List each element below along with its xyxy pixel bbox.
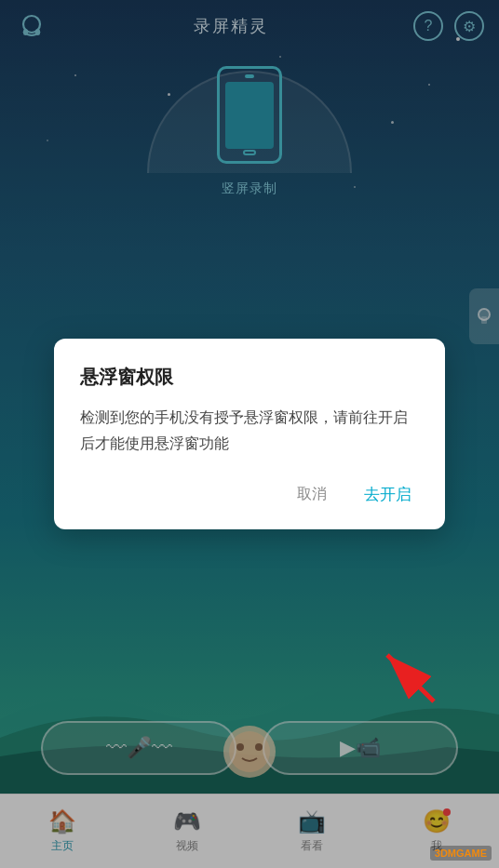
dialog-title: 悬浮窗权限: [80, 365, 419, 390]
arrow-annotation: [369, 636, 443, 714]
dialog-overlay: 悬浮窗权限 检测到您的手机没有授予悬浮窗权限，请前往开启后才能使用悬浮窗功能 取…: [0, 0, 499, 868]
permission-dialog: 悬浮窗权限 检测到您的手机没有授予悬浮窗权限，请前往开启后才能使用悬浮窗功能 取…: [54, 339, 445, 528]
dialog-body: 检测到您的手机没有授予悬浮窗权限，请前往开启后才能使用悬浮窗功能: [80, 405, 419, 455]
dialog-actions: 取消 去开启: [80, 478, 419, 511]
confirm-button[interactable]: 去开启: [357, 478, 419, 511]
svg-line-10: [387, 655, 434, 701]
watermark: 3DMGAME: [430, 846, 492, 861]
cancel-button[interactable]: 取消: [290, 479, 334, 510]
